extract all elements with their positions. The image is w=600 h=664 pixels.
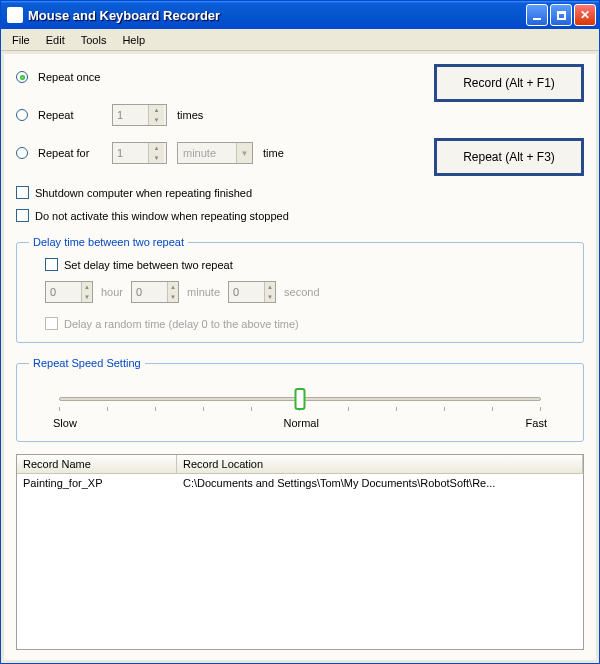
repeat-count-spin-buttons[interactable]: ▲▼ [148, 105, 164, 125]
delay-hour-spinner[interactable]: ▲▼ [45, 281, 93, 303]
repeat-n-label: Repeat [38, 109, 102, 121]
delay-second-spin-buttons[interactable]: ▲▼ [264, 282, 275, 302]
repeat-for-spin-buttons[interactable]: ▲▼ [148, 143, 164, 163]
delay-hour-input[interactable] [46, 282, 81, 302]
speed-normal-label: Normal [283, 417, 318, 429]
random-delay-label: Delay a random time (delay 0 to the abov… [64, 318, 299, 330]
speed-slow-label: Slow [53, 417, 77, 429]
delay-second-input[interactable] [229, 282, 264, 302]
speed-legend: Repeat Speed Setting [29, 357, 145, 369]
window-buttons: ✕ [526, 4, 596, 26]
repeat-for-label: Repeat for [38, 147, 102, 159]
client-area: Repeat once Repeat ▲▼ times Repeat for [4, 54, 596, 660]
shutdown-row: Shutdown computer when repeating finishe… [16, 186, 584, 199]
repeat-count-input[interactable] [113, 105, 148, 125]
menu-tools[interactable]: Tools [74, 32, 114, 48]
records-table: Record Name Record Location Painting_for… [16, 454, 584, 650]
repeat-for-spinner[interactable]: ▲▼ [112, 142, 167, 164]
window-title: Mouse and Keyboard Recorder [28, 8, 526, 23]
shutdown-checkbox[interactable] [16, 186, 29, 199]
hour-label: hour [101, 286, 123, 298]
speed-slider-track[interactable] [59, 397, 541, 401]
delay-legend: Delay time between two repeat [29, 236, 188, 248]
repeat-once-radio[interactable] [16, 71, 28, 83]
noactivate-label: Do not activate this window when repeati… [35, 210, 289, 222]
app-icon [7, 7, 23, 23]
repeat-count-spinner[interactable]: ▲▼ [112, 104, 167, 126]
delay-minute-spinner[interactable]: ▲▼ [131, 281, 179, 303]
times-label: times [177, 109, 203, 121]
repeat-n-radio[interactable] [16, 109, 28, 121]
col-record-name[interactable]: Record Name [17, 455, 177, 473]
cell-record-name: Painting_for_XP [17, 474, 177, 492]
set-delay-label: Set delay time between two repeat [64, 259, 233, 271]
speed-fast-label: Fast [526, 417, 547, 429]
speed-fieldset: Repeat Speed Setting Slow Normal Fast [16, 357, 584, 442]
repeat-for-row: Repeat for ▲▼ minute ▼ time [16, 140, 422, 166]
table-row[interactable]: Painting_for_XPC:\Documents and Settings… [17, 474, 583, 492]
action-buttons: Record (Alt + F1) Repeat (Alt + F3) [434, 64, 584, 176]
repeat-for-unit-value: minute [183, 147, 236, 159]
maximize-button[interactable] [550, 4, 572, 26]
top-section: Repeat once Repeat ▲▼ times Repeat for [16, 64, 584, 176]
minute-label: minute [187, 286, 220, 298]
shutdown-label: Shutdown computer when repeating finishe… [35, 187, 252, 199]
menu-file[interactable]: File [5, 32, 37, 48]
noactivate-row: Do not activate this window when repeati… [16, 209, 584, 222]
random-delay-checkbox [45, 317, 58, 330]
noactivate-checkbox[interactable] [16, 209, 29, 222]
delay-hour-spin-buttons[interactable]: ▲▼ [81, 282, 92, 302]
cell-record-location: C:\Documents and Settings\Tom\My Documen… [177, 474, 583, 492]
minimize-button[interactable] [526, 4, 548, 26]
speed-labels: Slow Normal Fast [53, 417, 547, 429]
time-label: time [263, 147, 284, 159]
repeat-for-unit-combo[interactable]: minute ▼ [177, 142, 253, 164]
repeat-once-label: Repeat once [38, 71, 100, 83]
repeat-button[interactable]: Repeat (Alt + F3) [434, 138, 584, 176]
delay-minute-input[interactable] [132, 282, 167, 302]
delay-fieldset: Delay time between two repeat Set delay … [16, 236, 584, 343]
set-delay-row: Set delay time between two repeat [45, 258, 571, 271]
delay-values-row: ▲▼ hour ▲▼ minute ▲▼ second [45, 281, 571, 303]
table-body: Painting_for_XPC:\Documents and Settings… [17, 474, 583, 492]
table-header: Record Name Record Location [17, 455, 583, 474]
delay-minute-spin-buttons[interactable]: ▲▼ [167, 282, 178, 302]
repeat-options: Repeat once Repeat ▲▼ times Repeat for [16, 64, 422, 176]
second-label: second [284, 286, 319, 298]
menubar: File Edit Tools Help [1, 29, 599, 51]
app-window: Mouse and Keyboard Recorder ✕ File Edit … [0, 0, 600, 664]
chevron-down-icon: ▼ [236, 143, 252, 163]
repeat-n-row: Repeat ▲▼ times [16, 102, 422, 128]
record-button[interactable]: Record (Alt + F1) [434, 64, 584, 102]
repeat-once-row: Repeat once [16, 64, 422, 90]
random-delay-row: Delay a random time (delay 0 to the abov… [45, 317, 571, 330]
titlebar: Mouse and Keyboard Recorder ✕ [1, 1, 599, 29]
set-delay-checkbox[interactable] [45, 258, 58, 271]
repeat-for-radio[interactable] [16, 147, 28, 159]
menu-help[interactable]: Help [115, 32, 152, 48]
menu-edit[interactable]: Edit [39, 32, 72, 48]
col-record-location[interactable]: Record Location [177, 455, 583, 473]
close-button[interactable]: ✕ [574, 4, 596, 26]
repeat-for-input[interactable] [113, 143, 148, 163]
delay-second-spinner[interactable]: ▲▼ [228, 281, 276, 303]
speed-slider-handle[interactable] [295, 388, 306, 410]
